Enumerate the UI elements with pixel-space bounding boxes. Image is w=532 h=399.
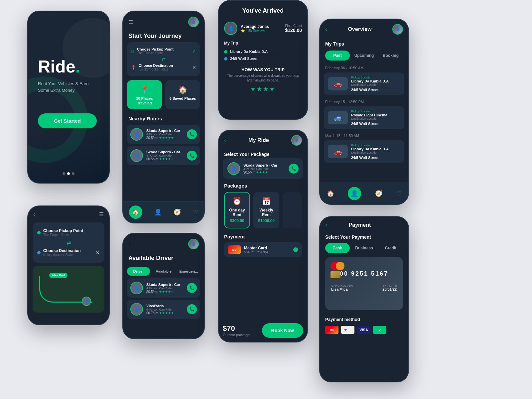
trip-date-2: February 15 - 12:50 PM (320, 96, 408, 105)
dest-label-1: Destination Location (351, 83, 400, 86)
compass-nav-icon[interactable]: 🧭 (174, 208, 181, 216)
pagination-dots (63, 172, 74, 175)
pickup-label-1: Pickup Location (351, 76, 400, 79)
close-icon[interactable]: ✕ (96, 250, 100, 255)
driver-info-1: Skoda Superb - Car 4 Person Can Ride $0.… (146, 283, 184, 294)
call-driver-2-button[interactable]: 📞 (187, 304, 197, 314)
rating-section: HOW WAS YOU TRIP The percentage of users… (219, 65, 307, 95)
profile-nav-button[interactable]: 👤 (348, 187, 361, 200)
swap-routes-icon[interactable]: ⇄ (131, 57, 196, 62)
call-driver-1-button[interactable]: 📞 (187, 283, 197, 293)
back-icon[interactable]: ‹ (325, 26, 327, 33)
payment-card-row: MC Master Card 564 *** ****#784 (224, 242, 302, 257)
call-selected-driver-button[interactable]: 📞 (289, 164, 299, 174)
swap-icon[interactable]: ⇄ (37, 239, 100, 246)
book-now-button[interactable]: Book Now (262, 323, 303, 338)
hamburger-icon[interactable]: ☰ (128, 19, 133, 25)
pickup-label: Choose Pickup Point (137, 47, 190, 51)
journey-title: Start Your Journey (123, 30, 204, 42)
driver-name: Average Jonas (241, 24, 269, 29)
visa-payment-icon[interactable]: VISA (357, 326, 370, 334)
pickup-row: ◎ Choose Pickup Point The Empire State ✓ (131, 46, 196, 57)
home-nav-icon[interactable]: 🏠 (327, 190, 334, 197)
pickup-value: The Empire State (137, 51, 190, 55)
saved-places-button[interactable]: 🏠 6 Saved Places (165, 80, 200, 109)
payment-label: Payment (224, 234, 302, 239)
driver-tab-driver[interactable]: Driver (127, 267, 150, 276)
credit-card-logo (331, 262, 344, 270)
phone-myride: ‹ My Ride 👤 Select Your Package 👤 Skoda … (218, 130, 308, 342)
select-payment-label: Select Your Payment (320, 233, 408, 241)
profile-nav-icon[interactable]: 👤 (154, 208, 162, 216)
user-avatar: 👤 (188, 239, 199, 249)
rating-stars[interactable]: ★★★★ (224, 85, 302, 93)
call-rider-1-button[interactable]: 📞 (187, 129, 197, 139)
tab-business[interactable]: Business (352, 243, 376, 253)
dest-value: Knickerbocker State (139, 67, 190, 71)
driver-seats-2: 6 Person Can Ride (146, 308, 184, 311)
paypal-payment-icon[interactable]: PP (341, 326, 354, 334)
mastercard-payment-icon[interactable]: MC (325, 326, 338, 334)
tab-credit[interactable]: Credit (378, 243, 403, 253)
tab-booking[interactable]: Booking (378, 51, 403, 61)
driver-card-2: 👤 Vios/Yaris 6 Person Can Ride $0.7/km ★… (127, 300, 200, 319)
trip-pickup-3: Library Da Kmbla D.A (351, 147, 400, 151)
back-icon[interactable]: ‹ (33, 211, 35, 218)
dest-dot (224, 57, 227, 61)
driver-name-2: Vios/Yaris (146, 304, 184, 308)
call-rider-2-button[interactable]: 📞 (187, 151, 197, 161)
package-weekly[interactable]: 📅 WeeklyRent $1000.00 (253, 192, 279, 228)
back-icon[interactable]: ‹ (128, 241, 130, 247)
packages-section: Packages ⏰ One dayRent $300.00 📅 WeeklyR… (219, 179, 307, 230)
trip-dest-2: 24/5 Wolf Street (351, 122, 400, 126)
driver-avatar: 👤 (224, 22, 237, 35)
home-nav-button[interactable]: 🏠 (129, 205, 142, 219)
driver-card-1: 👤 Skoda Superb - Car 4 Person Can Ride $… (127, 278, 200, 298)
rider-card-2: 👤 Skoda Superb - Car 4 Person Can Ride $… (127, 146, 200, 165)
card-holder-name: Lisa Mica (331, 287, 353, 291)
myride-title: My Ride (248, 137, 269, 143)
get-started-button[interactable]: Get Started (38, 113, 97, 128)
pickup-dot (224, 50, 227, 54)
tab-cash[interactable]: Cash (325, 243, 350, 253)
trip-card-2: 🚙 Pickup Location Royale Light Cinema De… (324, 106, 404, 129)
dot-2 (67, 172, 70, 175)
compass-nav-icon[interactable]: 🧭 (375, 190, 382, 197)
places-traveled-button[interactable]: 📍 10 Places Traveled (127, 80, 162, 109)
driver-tab-emergency[interactable]: Emergen... (177, 267, 200, 276)
heart-nav-icon[interactable]: ♡ (396, 190, 401, 197)
payment-method-label: Payment method (320, 314, 408, 323)
selected-driver-price: $0.5/km ★★★★ (243, 171, 285, 174)
trip-card-1: 🚗 Pickup Location Library Da Kmbla D.A D… (324, 72, 404, 95)
card-holder-section: CARD HOLDER Lisa Mica (331, 284, 353, 291)
tab-past[interactable]: Past (325, 51, 350, 61)
driver-name-1: Skoda Superb - Car (146, 283, 184, 287)
card-expiry-date: 20/01/22 (382, 287, 397, 291)
package-oneday[interactable]: ⏰ One dayRent $300.00 (224, 192, 250, 228)
other-payment-icon[interactable]: ✓ (373, 326, 386, 334)
driver-avatar-1: 👤 (130, 282, 143, 294)
rider-price-2: $0.5/km ★★★★☆ (146, 157, 184, 161)
dest-row: 📍 Choose Destination Knickerbocker State… (131, 62, 196, 73)
driver-info-2: Vios/Yaris 6 Person Can Ride $0.7/km ★★★… (146, 304, 184, 315)
selected-driver-avatar: 👤 (227, 162, 240, 175)
pickup-label-3: Pickup Location (351, 144, 400, 147)
clear-dest-icon[interactable]: ✕ (192, 65, 196, 70)
back-icon[interactable]: ‹ (224, 137, 226, 144)
back-icon[interactable]: ‹ (325, 221, 327, 228)
rider-card-1: 👤 Skoda Superb - Car 4 Person Can Ride $… (127, 125, 200, 144)
driver-avatar-2: 👤 (130, 303, 143, 316)
trips-tabs: Past Upcoming Booking (325, 51, 403, 61)
rider-price-1: $0.5/km ★★★★★ (146, 136, 184, 140)
overview-bottom-navigation: 🏠 👤 🧭 ♡ (320, 183, 408, 204)
driver-tabs: Driver Available Emergen... (127, 267, 200, 276)
driver-tab-available[interactable]: Available (152, 267, 175, 276)
menu-icon[interactable]: ☰ (99, 211, 104, 217)
tab-upcoming[interactable]: Upcoming (352, 51, 376, 61)
heart-nav-icon[interactable]: ♡ (193, 208, 198, 216)
rating-question: HOW WAS YOU TRIP (224, 67, 302, 72)
weekly-price: $1000.00 (258, 218, 275, 223)
current-price: $70 (223, 324, 250, 333)
driver-pin-avatar: 👤 (82, 297, 91, 306)
card-expiry-section: EXP DATE 20/01/22 (382, 284, 397, 291)
